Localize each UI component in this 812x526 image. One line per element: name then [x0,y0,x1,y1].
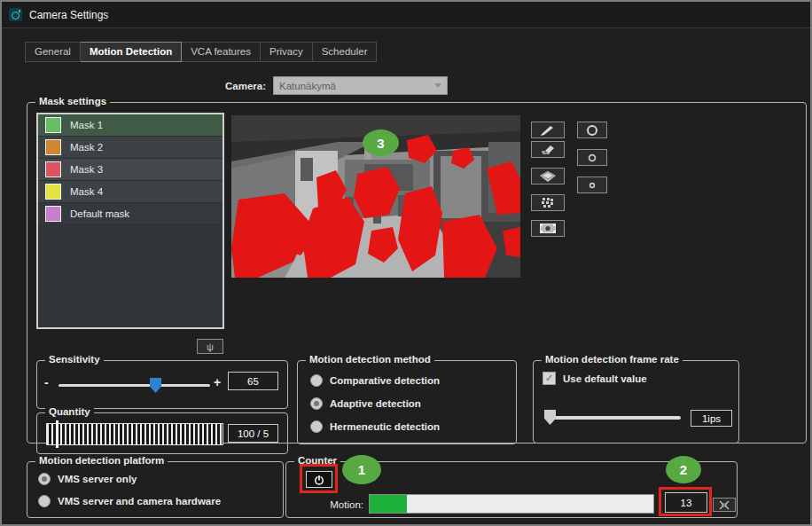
brush-size-large-button[interactable] [577,122,607,138]
erase-all-button[interactable] [531,168,565,184]
brush-large-icon [586,124,598,137]
radio-icon[interactable] [38,473,51,485]
tab-privacy[interactable]: Privacy [261,42,313,62]
tab-general[interactable]: General [25,42,81,62]
mask-label: Mask 1 [70,120,103,130]
motion-label: Motion: [308,499,363,510]
motion-progress-fill [370,495,407,513]
mask-label: Mask 4 [70,186,103,197]
motion-detection-frame-rate-group: Motion detection frame rate ✓ Use defaul… [533,360,739,444]
radio-icon[interactable] [38,495,51,507]
mask-list-item[interactable]: Mask 3 [38,159,223,181]
radio-label: VMS server and camera hardware [58,496,221,506]
chevron-down-icon [434,83,441,88]
checkbox-label: Use default value [563,373,647,384]
sensitivity-legend: Sensitivity [45,354,104,365]
sensitivity-slider-thumb[interactable] [150,378,161,393]
radio-adaptive-detection[interactable]: Adaptive detection [310,397,421,410]
sensitivity-group: Sensitivity - + 65 [36,360,288,409]
radio-label: Adaptive detection [330,398,421,409]
quantity-group: Quantity 100 / 5 [36,412,288,454]
brush-size-small-button[interactable] [577,177,607,193]
brush-size-medium-button[interactable] [577,149,607,166]
erase-all-icon [539,170,557,183]
mask-settings-group: Mask settings Mask 1 Mask 2 Mask 3 Mask … [27,102,807,444]
frame-rate-slider-thumb[interactable] [544,410,556,425]
radio-hermeneutic-detection[interactable]: Hermeneutic detection [310,420,440,433]
title-bar: Camera Settings [2,2,810,28]
radio-icon[interactable] [310,420,323,433]
mask-list-item[interactable]: Default mask [38,203,223,225]
camera-label: Camera: [206,81,266,91]
platform-legend: Motion detection platform [35,455,168,466]
erase-mask-button[interactable] [531,141,565,158]
tab-bar: General Motion Detection VCA features Pr… [25,42,377,62]
radio-label: Comparative detection [330,375,440,386]
select-frame-icon [539,223,557,234]
mask-color-swatch [45,161,61,177]
radio-label: VMS server only [58,474,137,484]
eraser-icon [540,144,556,155]
camera-dropdown-value: Katunäkymä [279,81,336,91]
annotation-badge-3: 3 [363,130,399,156]
full-frame-button[interactable] [531,220,565,237]
quantity-slider-marker[interactable] [56,420,59,448]
radio-vms-server-only[interactable]: VMS server only [38,473,137,485]
pencil-icon [540,125,556,136]
mask-color-swatch [45,206,61,222]
sensitivity-value[interactable]: 65 [228,372,278,390]
draw-mask-button[interactable] [531,122,565,138]
highlight-box-counter-value [659,487,712,516]
sensitivity-slider[interactable] [59,372,210,398]
tab-motion-detection[interactable]: Motion Detection [81,42,182,62]
apply-mask-button[interactable]: ψ [197,339,223,354]
fill-pattern-icon [540,197,556,208]
mask-label: Default mask [70,208,129,219]
wand-icon: ψ [207,342,214,352]
mask-settings-legend: Mask settings [35,96,110,106]
mask-color-swatch [45,117,61,133]
mask-label: Mask 2 [70,142,103,153]
mask-color-swatch [45,139,61,155]
frame-rate-legend: Motion detection frame rate [542,354,683,365]
fill-mask-button[interactable] [531,194,565,211]
brush-medium-icon [587,153,597,163]
motion-progress-bar [369,494,654,514]
frame-rate-value[interactable]: 1ips [691,410,732,427]
tab-scheduler[interactable]: Scheduler [313,42,378,62]
camera-dropdown[interactable]: Katunäkymä [273,76,448,95]
mask-color-swatch [45,184,61,200]
counter-reset-button[interactable] [713,498,736,512]
mask-list: Mask 1 Mask 2 Mask 3 Mask 4 Default mask [36,113,224,329]
motion-detection-method-group: Motion detection method Comparative dete… [297,360,517,444]
highlight-box-power-button [300,464,338,493]
reset-counter-icon [719,500,730,510]
mask-list-item[interactable]: Mask 4 [38,181,223,203]
annotation-badge-1: 1 [342,455,381,484]
radio-icon[interactable] [310,374,323,387]
mask-label: Mask 3 [70,164,103,175]
radio-vms-server-and-camera-hardware[interactable]: VMS server and camera hardware [38,495,221,507]
sensitivity-plus[interactable]: + [214,375,221,389]
quantity-slider[interactable] [46,423,223,445]
radio-icon[interactable] [310,397,323,410]
annotation-badge-2: 2 [666,456,701,483]
brush-small-icon [588,181,597,190]
radio-label: Hermeneutic detection [330,421,440,432]
quantity-value[interactable]: 100 / 5 [228,424,278,443]
use-default-value-option[interactable]: ✓ Use default value [543,372,647,385]
frame-rate-slider[interactable] [544,404,683,428]
mask-list-item[interactable]: Mask 2 [38,137,223,159]
camera-app-icon [9,8,22,21]
checkbox-checked-icon[interactable]: ✓ [543,372,556,385]
quantity-legend: Quantity [45,406,94,417]
motion-detection-platform-group: Motion detection platform VMS server onl… [27,461,284,518]
sensitivity-minus[interactable]: - [44,375,49,389]
mask-list-item[interactable]: Mask 1 [38,114,223,137]
method-legend: Motion detection method [306,354,434,365]
window-title: Camera Settings [29,9,108,21]
tab-vca-features[interactable]: VCA features [182,42,261,62]
camera-settings-window: Camera Settings General Motion Detection… [0,0,812,526]
radio-comparative-detection[interactable]: Comparative detection [310,374,440,387]
